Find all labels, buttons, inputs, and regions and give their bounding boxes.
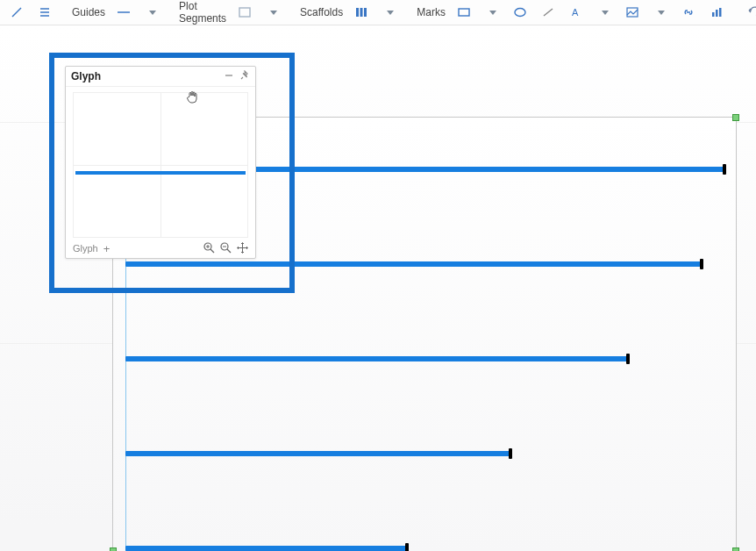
marks-dropdown[interactable] <box>481 3 503 22</box>
undo-button[interactable] <box>742 3 756 22</box>
bar-row-2[interactable] <box>125 261 701 267</box>
svg-line-0 <box>12 8 21 17</box>
glyph-panel-header[interactable]: Glyph <box>66 67 255 87</box>
bar-handle[interactable] <box>509 448 512 459</box>
guides-dropdown[interactable] <box>140 3 163 22</box>
line-tool-icon[interactable] <box>5 3 28 22</box>
svg-rect-14 <box>712 12 715 17</box>
svg-line-11 <box>544 9 553 16</box>
scaffold-columns-icon[interactable] <box>350 3 373 22</box>
svg-rect-9 <box>459 9 469 16</box>
bar-row-5[interactable] <box>125 546 406 551</box>
mark-text-icon[interactable]: A <box>565 3 588 22</box>
bar-row-3[interactable] <box>125 356 627 361</box>
mark-ellipse-icon[interactable] <box>509 3 531 22</box>
chart-canvas[interactable]: Glyph Glyph + <box>0 25 756 551</box>
mark-text-dropdown[interactable] <box>593 3 616 22</box>
zoom-in-icon[interactable] <box>203 242 215 255</box>
pin-icon[interactable] <box>239 70 250 83</box>
glyph-panel-footer: Glyph + <box>66 239 255 258</box>
mark-line-icon[interactable] <box>537 3 560 22</box>
glyph-panel-title: Glyph <box>71 70 101 82</box>
chevron-down-icon <box>602 11 609 15</box>
bar-handle[interactable] <box>723 164 726 175</box>
chevron-down-icon <box>658 11 665 15</box>
mark-image-dropdown[interactable] <box>649 3 672 22</box>
svg-line-23 <box>227 249 231 253</box>
svg-rect-6 <box>356 8 359 17</box>
svg-text:A: A <box>572 7 579 18</box>
bar-handle[interactable] <box>626 354 630 364</box>
pan-icon[interactable] <box>237 242 248 255</box>
list-tool-icon[interactable] <box>33 3 56 22</box>
scaffolds-dropdown[interactable] <box>378 3 401 22</box>
zoom-out-icon[interactable] <box>220 242 232 255</box>
plot-segments-label: Plot Segments <box>177 0 228 25</box>
marks-label: Marks <box>415 6 447 18</box>
bar-handle[interactable] <box>700 259 703 269</box>
top-toolbar: Guides Plot Segments Scaffolds Marks A <box>0 0 756 25</box>
scaffolds-label: Scaffolds <box>298 6 345 18</box>
glyph-panel[interactable]: Glyph Glyph + <box>65 66 256 259</box>
bar-row-4[interactable] <box>125 451 510 456</box>
guide-horizontal-icon[interactable] <box>112 3 135 22</box>
mark-chart-icon[interactable] <box>705 3 728 22</box>
mark-image-icon[interactable] <box>621 3 644 22</box>
bar-handle[interactable] <box>405 543 409 551</box>
svg-rect-15 <box>716 10 718 17</box>
svg-line-19 <box>210 249 214 253</box>
glyph-mark-bar[interactable] <box>75 171 246 175</box>
resize-handle-br[interactable] <box>732 547 739 551</box>
resize-handle-tr[interactable] <box>732 114 739 121</box>
minimize-icon[interactable] <box>224 70 234 83</box>
add-glyph-button[interactable]: + <box>103 242 111 255</box>
guides-label: Guides <box>70 6 107 18</box>
svg-rect-8 <box>364 8 367 17</box>
svg-point-10 <box>515 9 525 17</box>
chevron-down-icon <box>149 11 156 15</box>
chevron-down-icon <box>270 11 277 15</box>
chevron-down-icon <box>489 11 496 15</box>
svg-rect-16 <box>719 8 722 17</box>
mark-rect-icon[interactable] <box>453 3 475 22</box>
svg-rect-13 <box>627 8 638 17</box>
svg-rect-7 <box>360 8 363 17</box>
glyph-footer-label: Glyph <box>73 243 98 254</box>
plot-segment-rect-icon[interactable] <box>233 3 256 22</box>
svg-rect-5 <box>239 8 250 17</box>
plot-segments-dropdown[interactable] <box>261 3 284 22</box>
chevron-down-icon <box>387 11 394 15</box>
resize-handle-bl[interactable] <box>110 547 117 551</box>
mark-link-icon[interactable] <box>677 3 700 22</box>
glyph-editor-area[interactable] <box>73 92 248 238</box>
glyph-horizontal-guide <box>74 165 247 166</box>
